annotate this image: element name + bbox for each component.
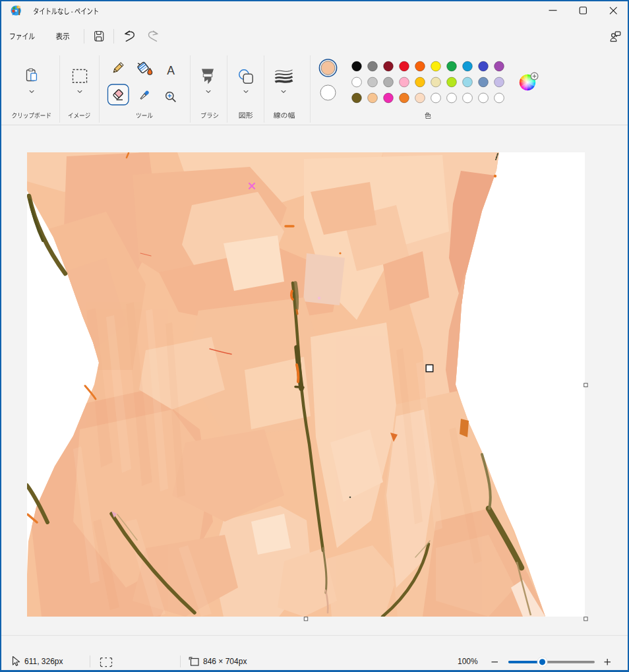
svg-text:A: A	[167, 64, 175, 77]
